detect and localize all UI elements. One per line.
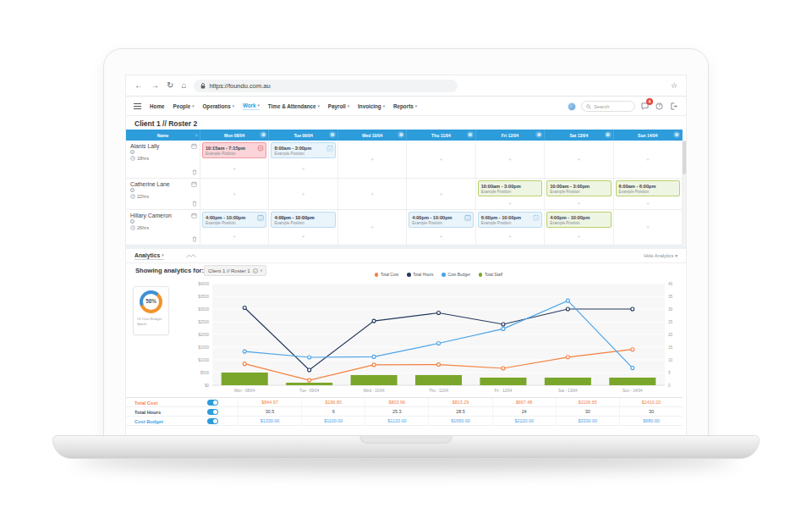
shift-card[interactable]: 10:00am - 3:00pmExample Position xyxy=(546,180,611,196)
minus-circle-icon[interactable] xyxy=(257,145,264,152)
reload-icon[interactable]: ↻ xyxy=(167,81,173,90)
legend-item-total-cost[interactable]: Total Cost xyxy=(375,273,398,277)
info-icon[interactable]: i xyxy=(130,188,134,192)
calendar-check-icon[interactable] xyxy=(464,214,471,221)
legend-item-total-staff[interactable]: Total Staff xyxy=(479,273,502,277)
analytics-chart: $400040$350035$300030$250025$200020$1500… xyxy=(173,279,687,397)
summary-value: $813.29 xyxy=(428,398,491,407)
shift-card[interactable]: 6:00pm - 10:00pmExample Position xyxy=(478,212,542,228)
employee-name[interactable]: Hillary Cameron xyxy=(130,213,197,218)
menu-icon[interactable] xyxy=(134,103,141,109)
series-toggle[interactable] xyxy=(207,418,218,424)
nav-item-invoicing[interactable]: Invoicing▾ xyxy=(358,103,385,109)
trash-icon[interactable] xyxy=(192,236,197,242)
employee-name[interactable]: Alanis Lally xyxy=(130,143,197,149)
shift-card[interactable]: 4:00pm - 10:00pmExample Position xyxy=(546,212,611,228)
bookmark-star-icon[interactable]: ☆ xyxy=(671,81,678,90)
shift-card[interactable]: 4:00pm - 10:00pmExample Position xyxy=(202,212,266,228)
add-shift-button[interactable]: + xyxy=(269,229,337,246)
calendar-icon[interactable] xyxy=(191,143,197,149)
shift-card[interactable]: 10:15am - 7:15pmExample Position xyxy=(202,142,266,158)
sort-icon[interactable]: ↑↓ xyxy=(195,133,198,137)
logout-button[interactable] xyxy=(669,102,678,111)
nav-item-people[interactable]: People▾ xyxy=(173,103,195,109)
forward-icon[interactable]: → xyxy=(151,81,159,90)
shift-card[interactable]: 6:00am - 6:00pmExample Position xyxy=(616,180,680,196)
column-label: Tue 09/04 xyxy=(294,133,312,138)
add-shift-button[interactable]: + xyxy=(476,198,544,210)
trash-icon[interactable] xyxy=(192,201,197,207)
add-shift-button[interactable]: + xyxy=(407,229,475,246)
nav-item-home[interactable]: Home xyxy=(150,103,165,109)
series-toggle[interactable] xyxy=(207,409,218,415)
legend-item-total-hours[interactable]: Total Hours xyxy=(407,273,433,277)
tab-analytics[interactable]: Analytics ▾ xyxy=(134,252,164,260)
calendar-icon[interactable] xyxy=(191,181,197,187)
gear-icon[interactable]: ⚙ xyxy=(398,131,404,138)
nav-item-operations[interactable]: Operations▾ xyxy=(202,103,234,109)
notifications-button[interactable]: 4 xyxy=(640,102,650,111)
add-shift-button[interactable]: + xyxy=(614,198,682,210)
add-shift-button[interactable]: + xyxy=(338,210,406,245)
trash-icon[interactable] xyxy=(192,169,197,175)
add-shift-button[interactable]: + xyxy=(614,210,682,245)
add-shift-button[interactable]: + xyxy=(200,179,268,209)
calendar-icon[interactable] xyxy=(191,213,197,218)
series-toggle[interactable] xyxy=(207,400,218,406)
nav-item-work[interactable]: Work▾ xyxy=(243,102,260,110)
gear-icon[interactable]: ⚙ xyxy=(260,131,266,138)
employee-name[interactable]: Catherine Lane xyxy=(130,181,197,187)
add-shift-button[interactable]: + xyxy=(269,179,337,209)
shift-position: Example Position xyxy=(550,190,607,194)
gear-icon[interactable]: ⚙ xyxy=(329,131,336,138)
add-shift-button[interactable]: + xyxy=(545,229,612,246)
svg-text:10: 10 xyxy=(668,358,673,362)
shift-position: Example Position xyxy=(481,190,539,194)
add-shift-button[interactable]: + xyxy=(407,179,475,209)
nav-item-time-attendance[interactable]: Time & Attendance▾ xyxy=(268,103,320,109)
summary-value: 30 xyxy=(619,407,683,417)
info-icon[interactable]: i xyxy=(130,150,134,154)
nav-item-reports[interactable]: Reports▾ xyxy=(393,103,417,109)
roster-scrollbar[interactable] xyxy=(683,141,686,246)
hide-analytics-button[interactable]: Hide Analytics ▾ xyxy=(644,253,678,258)
back-icon[interactable]: ← xyxy=(134,81,143,90)
add-shift-button[interactable]: + xyxy=(614,141,682,178)
calendar-check-icon[interactable] xyxy=(257,214,264,221)
avatar[interactable] xyxy=(568,102,576,111)
add-shift-button[interactable]: + xyxy=(545,141,612,178)
home-icon[interactable]: ⌂ xyxy=(181,81,186,90)
gear-icon[interactable]: ⚙ xyxy=(673,131,680,138)
gear-icon[interactable]: ⚙ xyxy=(605,131,612,138)
add-shift-button[interactable]: + xyxy=(407,141,475,178)
shift-card[interactable]: 4:00pm - 10:00pmExample Position xyxy=(271,212,335,228)
gear-icon[interactable]: ⚙ xyxy=(467,131,474,138)
browser-toolbar: ← → ↻ ⌂ https://foundu.com.au ☆ xyxy=(126,75,686,97)
nav-item-payroll[interactable]: Payroll▾ xyxy=(328,103,349,109)
calendar-check-icon[interactable] xyxy=(533,214,540,221)
calendar-check-icon[interactable] xyxy=(326,145,333,152)
shift-card[interactable]: 10:00am - 3:00pmExample Position xyxy=(478,180,542,196)
add-shift-button[interactable]: + xyxy=(545,198,612,210)
summary-value: 25.3 xyxy=(365,407,428,417)
shift-cell: 8:00am - 3:00pmExample Position+ xyxy=(269,141,337,179)
info-icon[interactable]: i xyxy=(130,219,134,224)
add-shift-button[interactable]: + xyxy=(200,229,268,246)
help-button[interactable]: ? xyxy=(655,102,664,111)
address-bar[interactable]: https://foundu.com.au xyxy=(194,80,458,92)
add-shift-button[interactable]: + xyxy=(476,229,544,246)
legend-item-cost-budget[interactable]: Cost Budget xyxy=(442,273,469,277)
shift-card[interactable]: 8:00am - 3:00pmExample Position xyxy=(271,142,335,158)
shift-cell: + xyxy=(269,179,337,210)
add-shift-button[interactable]: + xyxy=(200,160,268,179)
roster-column-day: Tue 09/04⚙ xyxy=(269,130,337,141)
shift-card[interactable]: 4:00pm - 10:00pmExample Position xyxy=(409,212,473,228)
shift-position: Example Position xyxy=(550,221,607,225)
add-shift-button[interactable]: + xyxy=(338,179,406,209)
roster-column-day: Sat 13/04⚙ xyxy=(545,130,613,141)
gear-icon[interactable]: ⚙ xyxy=(535,131,542,138)
add-shift-button[interactable]: + xyxy=(338,141,406,178)
search-input[interactable]: Search xyxy=(581,101,635,112)
add-shift-button[interactable]: + xyxy=(476,141,544,178)
add-shift-button[interactable]: + xyxy=(269,160,337,179)
